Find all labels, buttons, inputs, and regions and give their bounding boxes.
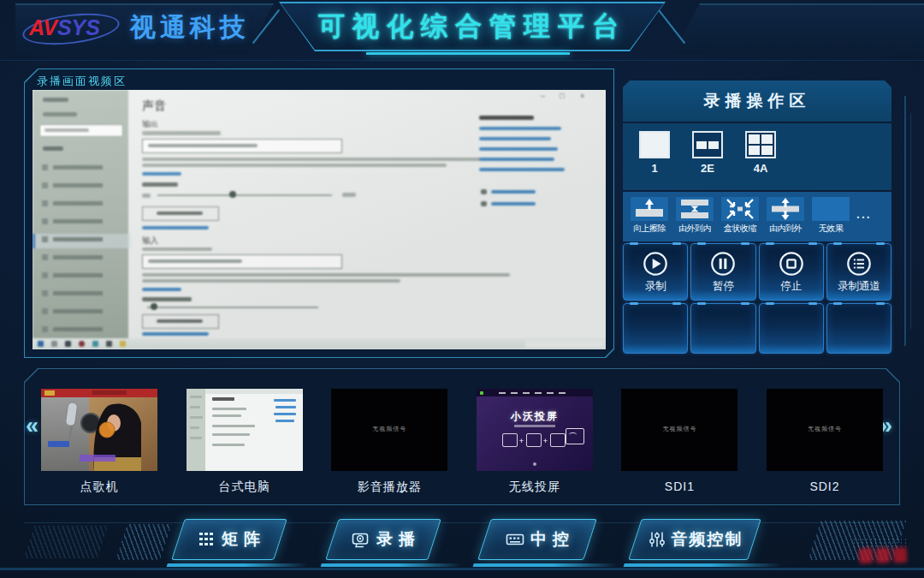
sidebar-item-list[interactable] <box>53 165 103 333</box>
source-label: 点歌机 <box>41 480 157 495</box>
control-slot-empty[interactable] <box>623 303 688 354</box>
control-slot-empty[interactable] <box>690 303 755 354</box>
related-link[interactable] <box>479 168 565 171</box>
scroll-left-button[interactable]: « <box>26 413 38 439</box>
get-help-link[interactable] <box>491 190 536 194</box>
inside-out-icon <box>767 197 804 221</box>
taskbar-icon[interactable] <box>120 341 126 347</box>
input-troubleshoot-button[interactable] <box>142 314 219 329</box>
decor-vline <box>910 113 911 329</box>
nav-recording[interactable]: 录播 <box>325 519 441 560</box>
page-title: 可视化综合管理平台 <box>318 9 626 45</box>
decor-hatch <box>116 524 172 560</box>
transition-inside-out[interactable]: 由内到外 <box>766 197 805 241</box>
taskbar-icon[interactable] <box>92 341 98 347</box>
give-feedback-link[interactable] <box>491 202 536 206</box>
input-device-dropdown[interactable] <box>142 254 342 269</box>
transition-selector: 向上擦除 由外到内 盒状收缩 <box>623 192 891 241</box>
sidebar-item-icons <box>42 164 48 332</box>
source-sdi2[interactable]: 无视频信号 SDI2 <box>767 389 883 495</box>
nav-matrix[interactable]: 矩阵 <box>171 519 287 560</box>
volume-slider[interactable] <box>157 194 332 196</box>
record-controls: 录制 暂停 停止 录制通道 <box>623 243 891 356</box>
output-device-dropdown[interactable] <box>142 139 342 153</box>
control-slot-empty[interactable] <box>826 303 891 354</box>
layout-button-4a[interactable]: 4A <box>741 131 780 190</box>
taskbar-icon[interactable] <box>106 341 112 347</box>
no-effect-icon <box>812 197 850 221</box>
manage-input-devices-link[interactable] <box>142 332 209 336</box>
related-link[interactable] <box>479 158 554 161</box>
record-channel-button[interactable]: 录制通道 <box>826 243 891 301</box>
skeleton-bar <box>142 297 192 301</box>
nav-label: 音频控制 <box>672 528 743 551</box>
source-media-player[interactable]: 无视频信号 影音播放器 <box>331 389 447 495</box>
wifi-box-icon <box>566 428 584 444</box>
input-section-label: 输入 <box>142 235 158 247</box>
record-button[interactable]: 录制 <box>623 243 688 301</box>
more-transitions-button[interactable]: ... <box>856 207 872 221</box>
sdi1-preview: 无视频信号 <box>621 389 737 471</box>
wipe-up-icon <box>631 197 668 221</box>
decor-vline <box>904 96 906 346</box>
layout-button-2e[interactable]: 2E <box>688 131 727 190</box>
feedback-icon <box>481 201 487 206</box>
layout-selector: 1 2E 4A <box>623 123 891 190</box>
layout-button-1[interactable]: 1 <box>635 131 674 190</box>
control-keyboard-icon <box>506 531 524 548</box>
source-wireless-cast[interactable]: 小沃投屏 + + 无线投屏 <box>477 389 593 495</box>
taskbar-icon[interactable] <box>51 341 57 347</box>
control-slot-empty[interactable] <box>759 303 824 354</box>
title-underline <box>366 52 570 55</box>
taskbar-icon[interactable] <box>79 341 85 347</box>
source-label: SDI2 <box>767 480 883 493</box>
cast-app-title: 小沃投屏 <box>477 409 593 424</box>
header-right-panel <box>672 3 924 55</box>
transition-wipe-up[interactable]: 向上擦除 <box>630 197 669 241</box>
stop-button[interactable]: 停止 <box>759 243 824 301</box>
device-properties-link[interactable] <box>142 172 181 176</box>
skeleton-bar <box>342 193 356 197</box>
brand-name: 视通科技 <box>130 10 250 45</box>
help-icon <box>481 189 487 194</box>
related-link[interactable] <box>479 147 558 151</box>
skeleton-bar <box>157 319 203 323</box>
transition-box-shrink[interactable]: 盒状收缩 <box>720 197 760 241</box>
ops-panel-title: 录播操作区 <box>704 90 811 112</box>
header-diagonal-accent <box>658 9 685 45</box>
related-link[interactable] <box>479 127 561 130</box>
source-label: 台式电脑 <box>187 480 303 495</box>
input-properties-link[interactable] <box>142 288 181 291</box>
skeleton-bar <box>148 259 242 263</box>
output-section-label: 输出 <box>142 119 158 130</box>
source-karaoke[interactable]: 点歌机 <box>41 389 157 495</box>
no-signal-text: 无视频信号 <box>621 425 737 433</box>
pause-icon <box>709 250 737 277</box>
pause-button[interactable]: 暂停 <box>690 243 755 301</box>
related-link[interactable] <box>479 137 551 140</box>
skeleton-bar <box>479 116 534 120</box>
skeleton-bar <box>44 128 89 132</box>
transition-outside-in[interactable]: 由外到内 <box>675 197 714 241</box>
troubleshoot-button[interactable] <box>142 206 219 221</box>
source-sdi1[interactable]: 无视频信号 SDI1 <box>621 389 737 495</box>
manage-sound-devices-link[interactable] <box>142 226 209 229</box>
recording-video-area: 录播画面视频区 – □ × <box>24 69 614 358</box>
record-icon <box>642 250 669 277</box>
close-button[interactable]: × <box>580 92 584 100</box>
settings-search-input[interactable] <box>39 124 123 137</box>
source-label: SDI1 <box>621 480 737 493</box>
skeleton-bar <box>43 146 63 151</box>
minimize-button[interactable]: – <box>541 92 545 100</box>
source-desktop[interactable]: 台式电脑 <box>187 389 303 495</box>
record-camera-icon <box>352 531 370 548</box>
transition-none[interactable]: 无效果 <box>811 197 850 241</box>
nav-central-control[interactable]: 中控 <box>477 519 597 560</box>
nav-audio-control[interactable]: 音频控制 <box>628 519 761 560</box>
logo-sys: SYS <box>57 15 100 39</box>
taskbar-icon[interactable] <box>65 341 71 347</box>
start-icon[interactable] <box>38 341 44 347</box>
volume-slider-knob[interactable] <box>229 191 236 198</box>
maximize-button[interactable]: □ <box>560 92 564 100</box>
windows-taskbar <box>33 338 606 349</box>
